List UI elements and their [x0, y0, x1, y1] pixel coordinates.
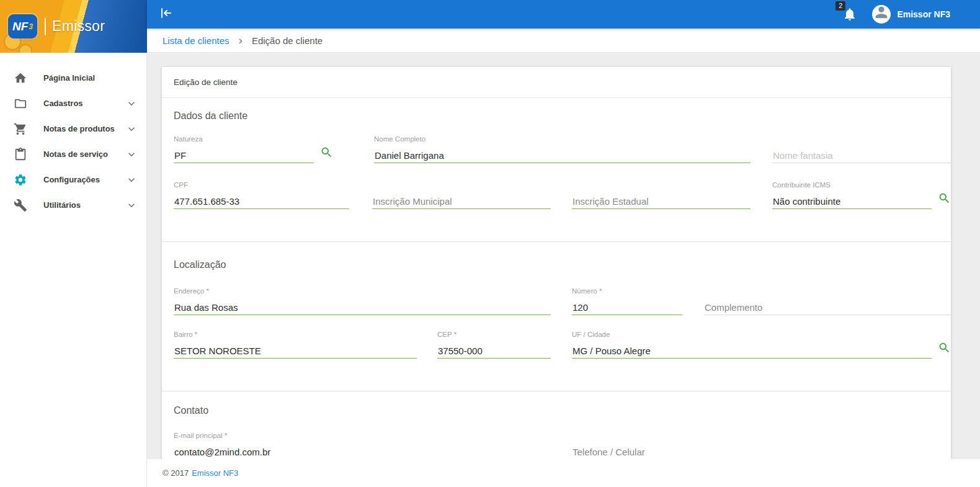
field-label-numero: Número * [572, 287, 682, 295]
notification-badge: 2 [835, 1, 845, 11]
sidebar-item-label: Notas de produtos [43, 124, 125, 133]
field-label-spacer [572, 431, 951, 440]
sidebar-item-utilitarios[interactable]: Utilitários [0, 192, 146, 218]
telefone-input[interactable] [572, 445, 951, 460]
field-label-nome-completo: Nome Completo [374, 135, 751, 143]
person-icon [873, 5, 890, 24]
breadcrumb: Lista de clientes › Edição de cliente [147, 29, 980, 53]
field-endereco: Endereço * [174, 287, 551, 315]
nf3-logo-sup: 3 [29, 22, 33, 31]
email-principal-input[interactable] [174, 445, 551, 460]
field-group-uf-cidade: UF / Cidade [572, 330, 951, 359]
field-cep: CEP * [437, 330, 551, 359]
sidebar-item-label: Página Inicial [43, 73, 138, 83]
endereco-input[interactable] [174, 300, 551, 315]
search-icon [938, 192, 951, 207]
cart-icon [14, 122, 27, 136]
field-label-endereco: Endereço * [174, 287, 551, 295]
field-label-spacer [572, 181, 751, 189]
nome-completo-input[interactable] [374, 148, 751, 163]
footer-link-emissor-nf3[interactable]: Emissor NF3 [192, 468, 238, 478]
field-inscricao-estadual [572, 181, 751, 209]
main-content: Edição de cliente Dados da cliente Natur… [147, 53, 980, 487]
nome-fantasia-input[interactable] [772, 148, 951, 163]
natureza-search-button[interactable] [320, 146, 333, 161]
field-complemento [704, 287, 951, 315]
field-natureza: Natureza [174, 135, 314, 163]
field-nome-fantasia [772, 135, 951, 163]
avatar[interactable] [872, 5, 891, 24]
numero-input[interactable] [572, 300, 682, 315]
field-label-spacer [372, 181, 551, 189]
complemento-input[interactable] [704, 300, 951, 315]
contribuinte-icms-search-button[interactable] [938, 192, 951, 207]
field-cpf: CPF [174, 181, 349, 209]
field-uf-cidade: UF / Cidade [572, 330, 932, 359]
sidebar-item-pagina-inicial[interactable]: Página Inicial [0, 65, 146, 91]
field-bairro: Bairro * [174, 330, 417, 359]
field-email-principal: E-mail principal * [174, 431, 551, 460]
sidebar-item-configuracoes[interactable]: Configurações [0, 167, 146, 192]
field-numero: Número * [572, 287, 682, 315]
inscricao-estadual-input[interactable] [572, 194, 751, 209]
field-label-spacer [772, 135, 951, 143]
breadcrumb-link-lista-de-clientes[interactable]: Lista de clientes [163, 35, 229, 46]
copyright-text: © 2017 [163, 468, 189, 478]
field-contribuinte-icms: Contribuinte ICMS [772, 181, 932, 209]
sidebar-item-label: Cadastros [43, 99, 125, 108]
section-divider [162, 241, 951, 242]
field-nome-completo: Nome Completo [374, 135, 751, 163]
chevron-down-icon [125, 97, 138, 110]
sidebar-item-notas-de-servico[interactable]: Notas de serviço [0, 141, 146, 167]
app-logo[interactable]: NF3 Emissor [0, 0, 147, 53]
field-group-contribuinte-icms: Contribuinte ICMS [772, 181, 951, 209]
field-label-email-principal: E-mail principal * [174, 431, 551, 440]
section-dados: Dados da cliente Natureza [162, 109, 951, 209]
nf3-logo-text: NF [12, 20, 28, 34]
section-title-dados: Dados da cliente [174, 109, 951, 123]
section-title-contato: Contato [174, 404, 951, 418]
field-group-natureza: Natureza [174, 135, 333, 163]
wrench-icon [14, 199, 27, 212]
breadcrumb-current: Edição de cliente [252, 35, 323, 46]
field-label-natureza: Natureza [174, 135, 314, 143]
field-label-contribuinte-icms: Contribuinte ICMS [772, 181, 932, 189]
logo-decoration [19, 44, 32, 53]
breadcrumb-separator: › [239, 34, 243, 46]
home-icon [14, 71, 27, 85]
nf3-logo: NF3 [8, 14, 37, 38]
section-title-localizacao: Localização [174, 258, 951, 272]
card-title: Edição de cliente [162, 67, 951, 98]
section-localizacao: Localização Endereço * Número * [162, 258, 951, 359]
field-telefone [572, 431, 951, 460]
search-icon [320, 146, 333, 161]
field-label-spacer [704, 287, 951, 295]
bairro-input[interactable] [174, 344, 417, 359]
notifications-button[interactable]: 2 [842, 7, 857, 24]
contribuinte-icms-input[interactable] [772, 194, 932, 209]
field-label-cep: CEP * [437, 330, 551, 339]
chevron-down-icon [125, 199, 138, 212]
natureza-input[interactable] [174, 148, 314, 163]
sidebar-item-cadastros[interactable]: Cadastros [0, 91, 146, 116]
field-label-bairro: Bairro * [174, 330, 417, 339]
chevron-down-icon [125, 174, 138, 186]
gear-icon [14, 173, 27, 187]
chevron-down-icon [125, 148, 138, 161]
inscricao-municipal-input[interactable] [372, 194, 551, 209]
user-name[interactable]: Emissor NF3 [897, 9, 950, 19]
search-icon [938, 341, 951, 357]
uf-cidade-input[interactable] [572, 344, 932, 359]
field-label-uf-cidade: UF / Cidade [572, 330, 932, 339]
sidebar-item-notas-de-produtos[interactable]: Notas de produtos [0, 116, 146, 141]
cep-input[interactable] [437, 344, 551, 359]
cpf-input[interactable] [174, 194, 349, 209]
field-label-cpf: CPF [174, 181, 349, 189]
section-contato: Contato E-mail principal * [162, 404, 951, 460]
collapse-sidebar-button[interactable] [158, 6, 174, 23]
app-name: Emissor [52, 18, 105, 35]
app-window: NF3 Emissor 2 Emissor NF3 [0, 0, 980, 487]
sidebar-item-label: Notas de serviço [43, 150, 125, 159]
sidebar-item-label: Configurações [43, 175, 125, 184]
uf-cidade-search-button[interactable] [938, 341, 951, 357]
